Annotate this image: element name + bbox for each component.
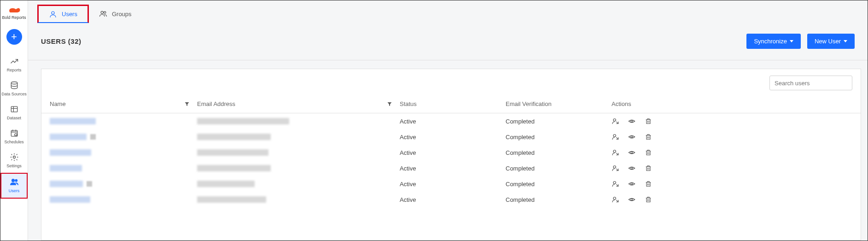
table-row[interactable]: ActiveCompleted	[41, 113, 861, 129]
sidebar-item-users[interactable]: Users	[0, 173, 28, 199]
delete-icon[interactable]	[645, 196, 652, 203]
sidebar-item-dataset[interactable]: Dataset	[0, 101, 28, 125]
table-row[interactable]: ActiveCompleted	[41, 129, 861, 145]
actions-cell	[612, 180, 852, 188]
tab-label: Groups	[112, 11, 132, 18]
table-row[interactable]: ActiveCompleted	[41, 192, 861, 207]
delete-icon[interactable]	[645, 133, 652, 141]
delete-icon[interactable]	[645, 180, 652, 188]
svg-rect-1	[11, 106, 17, 112]
redacted-name	[50, 118, 96, 124]
table-row[interactable]: ActiveCompleted	[41, 176, 861, 192]
redacted-email	[197, 149, 268, 156]
view-icon[interactable]	[628, 133, 635, 141]
sidebar-item-data-sources[interactable]: Data Sources	[0, 77, 28, 101]
view-icon[interactable]	[628, 196, 635, 203]
tab-users[interactable]: Users	[37, 5, 89, 23]
assign-user-icon[interactable]	[612, 196, 619, 203]
actions-cell	[612, 196, 852, 203]
sidebar-item-reports[interactable]: Reports	[0, 53, 28, 77]
actions-cell	[612, 133, 852, 141]
assign-user-icon[interactable]	[612, 118, 619, 125]
button-label: Synchronize	[754, 38, 787, 45]
page-header: USERS (32) Synchronize New User	[28, 27, 868, 60]
header-actions: Synchronize New User	[746, 34, 855, 49]
table-header: Name Email Address Status Email Verifica…	[41, 95, 861, 113]
assign-user-icon[interactable]	[612, 180, 619, 188]
sidebar-item-label: Settings	[6, 164, 22, 168]
svg-point-17	[613, 166, 616, 168]
users-table: Name Email Address Status Email Verifica…	[41, 95, 861, 207]
sidebar: Bold Reports + Reports Data Sources Data…	[0, 0, 28, 241]
svg-point-16	[631, 152, 633, 153]
col-header-status[interactable]: Status	[400, 100, 417, 107]
sidebar-item-label: Users	[9, 188, 20, 193]
col-header-email[interactable]: Email Address	[197, 100, 235, 107]
col-header-name[interactable]: Name	[50, 100, 66, 107]
verify-cell: Completed	[506, 134, 612, 141]
delete-icon[interactable]	[645, 149, 652, 156]
redacted-email	[197, 118, 289, 124]
synchronize-button[interactable]: Synchronize	[746, 34, 801, 49]
tab-groups[interactable]: Groups	[89, 5, 142, 23]
main-content: Users Groups USERS (32) Synchronize New …	[28, 0, 868, 241]
caret-down-icon	[790, 40, 793, 42]
filter-icon[interactable]	[184, 101, 190, 107]
status-cell: Active	[400, 196, 506, 203]
status-cell: Active	[400, 165, 506, 172]
sidebar-item-label: Reports	[7, 68, 22, 72]
svg-point-5	[12, 179, 14, 182]
dataset-icon	[10, 105, 19, 114]
svg-point-22	[631, 199, 633, 200]
add-button[interactable]: +	[6, 29, 22, 45]
verify-cell: Completed	[506, 118, 612, 125]
assign-user-icon[interactable]	[612, 133, 619, 141]
data-sources-icon	[10, 81, 19, 90]
redacted-email	[197, 196, 266, 203]
delete-icon[interactable]	[645, 165, 652, 172]
verify-cell: Completed	[506, 196, 612, 203]
redacted-name	[50, 149, 91, 156]
col-header-verify[interactable]: Email Verification	[506, 100, 552, 107]
view-icon[interactable]	[628, 180, 635, 188]
sidebar-item-label: Data Sources	[1, 92, 27, 96]
filter-icon[interactable]	[387, 101, 392, 107]
actions-cell	[612, 118, 852, 125]
users-icon	[10, 177, 19, 187]
new-user-button[interactable]: New User	[807, 34, 855, 49]
caret-down-icon	[844, 40, 847, 42]
settings-icon	[10, 153, 19, 162]
sidebar-item-label: Dataset	[7, 116, 21, 120]
redacted-name	[50, 134, 87, 140]
verify-cell: Completed	[506, 149, 612, 156]
search-box[interactable]	[769, 76, 852, 90]
button-label: New User	[815, 38, 841, 45]
svg-point-9	[104, 12, 106, 13]
view-icon[interactable]	[628, 149, 635, 156]
search-input[interactable]	[775, 80, 852, 87]
svg-point-15	[613, 150, 616, 153]
sidebar-item-settings[interactable]: Settings	[0, 149, 28, 173]
assign-user-icon[interactable]	[612, 165, 619, 172]
table-body: ActiveCompletedActiveCompletedActiveComp…	[41, 113, 861, 207]
actions-cell	[612, 149, 852, 156]
table-row[interactable]: ActiveCompleted	[41, 145, 861, 160]
sidebar-item-schedules[interactable]: Schedules	[0, 125, 28, 149]
status-cell: Active	[400, 118, 506, 125]
svg-point-20	[631, 183, 633, 185]
brand-name: Bold Reports	[2, 15, 26, 20]
redacted-email	[197, 134, 271, 140]
verify-cell: Completed	[506, 165, 612, 172]
delete-icon[interactable]	[645, 118, 652, 125]
view-icon[interactable]	[628, 165, 635, 172]
table-row[interactable]: ActiveCompleted	[41, 160, 861, 176]
assign-user-icon[interactable]	[612, 149, 619, 156]
redacted-name	[50, 165, 82, 171]
svg-point-21	[613, 197, 616, 200]
schedules-icon	[10, 129, 19, 138]
brand-logo: Bold Reports	[2, 4, 26, 20]
redacted-email	[197, 181, 255, 187]
svg-point-12	[631, 120, 633, 122]
user-icon	[49, 10, 57, 18]
view-icon[interactable]	[628, 118, 635, 125]
